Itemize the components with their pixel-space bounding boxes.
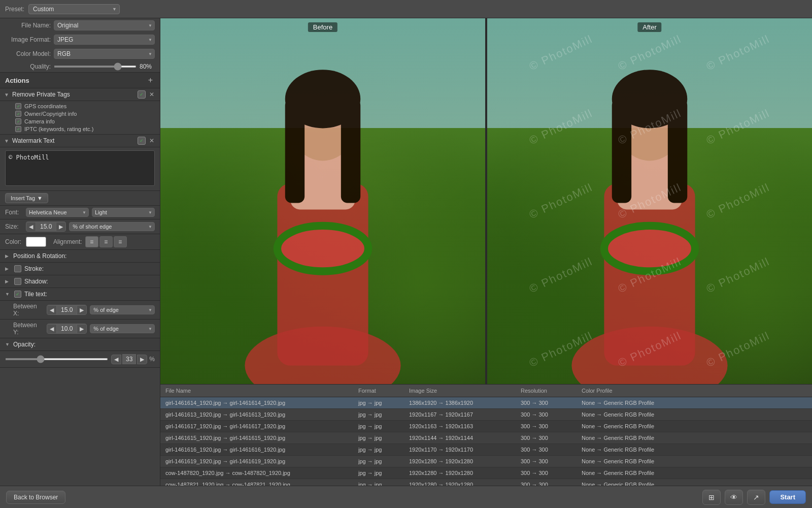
remove-private-tags-close-button[interactable]: ✕ xyxy=(148,90,156,99)
table-row[interactable]: girl-1461616_1920.jpg → girl-1461616_192… xyxy=(160,444,812,456)
align-right-button[interactable]: ≡ xyxy=(114,236,127,247)
align-center-button[interactable]: ≡ xyxy=(99,236,113,247)
between-y-increase-button[interactable]: ▶ xyxy=(77,325,86,333)
file-cell-name: girl-1461615_1920.jpg → girl-1461615_192… xyxy=(160,434,353,442)
top-bar: Preset: Custom xyxy=(0,0,812,18)
quality-slider[interactable] xyxy=(54,66,137,68)
remove-private-tags-controls: ✓ ✕ xyxy=(138,90,156,99)
before-label: Before xyxy=(308,22,337,32)
watermark-text-close-button[interactable]: ✕ xyxy=(148,137,156,145)
opacity-header: ▼ Opacity: xyxy=(0,338,160,351)
font-label: Font: xyxy=(5,209,23,216)
file-cell-name: cow-1487821_1920.jpg → cow-1487821_1920.… xyxy=(160,481,353,486)
insert-tag-button[interactable]: Insert Tag ▼ xyxy=(5,193,48,203)
watermark-textarea[interactable]: © PhotoMill xyxy=(5,150,155,186)
between-y-decrease-button[interactable]: ◀ xyxy=(47,325,57,333)
size-label: Size: xyxy=(5,223,23,230)
size-decrease-button[interactable]: ◀ xyxy=(26,223,36,231)
remove-private-tags-arrow: ▼ xyxy=(4,92,10,98)
svg-rect-14 xyxy=(612,99,631,203)
between-x-increase-button[interactable]: ▶ xyxy=(77,306,86,314)
remove-private-tags-enable-icon[interactable]: ✓ xyxy=(138,90,146,99)
position-rotation-row[interactable]: ▶ Position & Rotation: xyxy=(0,250,160,263)
file-name-select-wrap[interactable]: Original xyxy=(54,20,155,30)
col-header-filename: File Name xyxy=(160,387,353,395)
add-action-button[interactable]: + xyxy=(146,76,155,85)
file-cell-profile: None → Generic RGB Profile xyxy=(577,422,812,430)
position-rotation-label: Position & Rotation: xyxy=(13,252,66,260)
grid-view-button[interactable]: ⊞ xyxy=(702,490,721,505)
file-cell-format: jpg → jpg xyxy=(353,422,404,430)
watermark-text-title: Watermark Text xyxy=(12,137,136,144)
font-family-select-wrap[interactable]: Helvetica Neue xyxy=(26,208,89,217)
opacity-slider[interactable] xyxy=(5,358,108,360)
stroke-label: Stroke: xyxy=(24,265,44,272)
stroke-checkbox[interactable] xyxy=(14,265,21,272)
opacity-value-box: ◀ 33 ▶ % xyxy=(111,354,155,364)
color-model-select[interactable]: RGB xyxy=(54,49,155,59)
tile-text-checkbox[interactable]: ✓ xyxy=(14,291,21,298)
opacity-decrease-button[interactable]: ◀ xyxy=(111,355,121,364)
table-row[interactable]: girl-1461619_1920.jpg → girl-1461619_192… xyxy=(160,456,812,467)
file-cell-size: 1386x1920 → 1386x1920 xyxy=(404,399,516,407)
file-name-select[interactable]: Original xyxy=(54,20,155,30)
watermark-text-enable-icon[interactable]: ✓ xyxy=(138,137,146,145)
back-to-browser-button[interactable]: Back to Browser xyxy=(6,491,65,504)
shadow-checkbox[interactable] xyxy=(14,278,21,285)
after-pane: © PhotoMill © PhotoMill © PhotoMill © Ph… xyxy=(487,18,812,384)
position-rotation-arrow-icon: ▶ xyxy=(5,253,11,259)
between-y-unit-select-wrap[interactable]: % of edge xyxy=(90,324,155,333)
quality-value: 80% xyxy=(140,63,155,70)
font-weight-select[interactable]: Light xyxy=(92,208,155,217)
left-panel: File Name: Original Image Format: JPEG C… xyxy=(0,18,160,486)
between-x-decrease-button[interactable]: ◀ xyxy=(47,306,57,314)
share-button[interactable]: ↗ xyxy=(747,490,765,505)
file-cell-name: girl-1461617_1920.jpg → girl-1461617_192… xyxy=(160,422,353,430)
preset-select[interactable]: Custom xyxy=(28,4,120,14)
main-layout: File Name: Original Image Format: JPEG C… xyxy=(0,18,812,486)
font-row: Font: Helvetica Neue Light xyxy=(0,206,160,219)
image-format-select-wrap[interactable]: JPEG xyxy=(54,35,155,45)
file-cell-profile: None → Generic RGB Profile xyxy=(577,434,812,442)
gps-checkbox[interactable]: ✓ xyxy=(15,103,21,109)
start-button[interactable]: Start xyxy=(769,490,806,504)
table-row[interactable]: girl-1461615_1920.jpg → girl-1461615_192… xyxy=(160,432,812,444)
font-weight-select-wrap[interactable]: Light xyxy=(92,208,155,217)
opacity-value: 33 xyxy=(122,354,136,364)
color-swatch[interactable] xyxy=(26,237,46,247)
opacity-increase-button[interactable]: ▶ xyxy=(137,355,147,364)
camera-label: Camera info xyxy=(24,118,55,124)
preset-select-wrapper[interactable]: Custom xyxy=(28,4,120,14)
file-cell-size: 1920x1280 → 1920x1280 xyxy=(404,469,516,477)
shadow-row: ▶ Shadow: xyxy=(0,275,160,288)
file-cell-resolution: 300 → 300 xyxy=(516,434,577,442)
size-unit-select[interactable]: % of short edge xyxy=(69,222,155,231)
table-row[interactable]: girl-1461614_1920.jpg → girl-1461614_192… xyxy=(160,397,812,409)
table-row[interactable]: cow-1487821_1920.jpg → cow-1487821_1920.… xyxy=(160,479,812,486)
right-panel: Before xyxy=(160,18,812,486)
color-model-select-wrap[interactable]: RGB xyxy=(54,49,155,59)
table-row[interactable]: girl-1461617_1920.jpg → girl-1461617_192… xyxy=(160,421,812,432)
align-left-button[interactable]: ≡ xyxy=(85,236,98,247)
col-header-format: Format xyxy=(353,387,404,395)
between-x-stepper: ◀ 15.0 ▶ xyxy=(47,305,87,315)
iptc-checkbox[interactable]: ✓ xyxy=(15,126,21,132)
table-row[interactable]: girl-1461613_1920.jpg → girl-1461613_192… xyxy=(160,409,812,421)
eye-preview-button[interactable]: 👁 xyxy=(725,490,743,505)
file-cell-format: jpg → jpg xyxy=(353,481,404,486)
camera-checkbox[interactable]: ✓ xyxy=(15,118,21,124)
file-cell-size: 1920x1144 → 1920x1144 xyxy=(404,434,516,442)
between-x-unit-select-wrap[interactable]: % of edge xyxy=(90,305,155,314)
file-list-area: File Name Format Image Size Resolution C… xyxy=(160,384,812,486)
table-row[interactable]: cow-1487820_1920.jpg → cow-1487820_1920.… xyxy=(160,467,812,479)
font-family-select[interactable]: Helvetica Neue xyxy=(26,208,89,217)
between-y-unit-select[interactable]: % of edge xyxy=(90,324,155,333)
after-label: After xyxy=(637,22,661,32)
size-unit-select-wrap[interactable]: % of short edge xyxy=(69,222,155,231)
file-cell-profile: None → Generic RGB Profile xyxy=(577,457,812,465)
owner-checkbox[interactable]: ✓ xyxy=(15,111,21,117)
between-x-unit-select[interactable]: % of edge xyxy=(90,305,155,314)
image-format-select[interactable]: JPEG xyxy=(54,35,155,45)
size-increase-button[interactable]: ▶ xyxy=(56,223,65,231)
size-value: 15.0 xyxy=(36,222,56,231)
